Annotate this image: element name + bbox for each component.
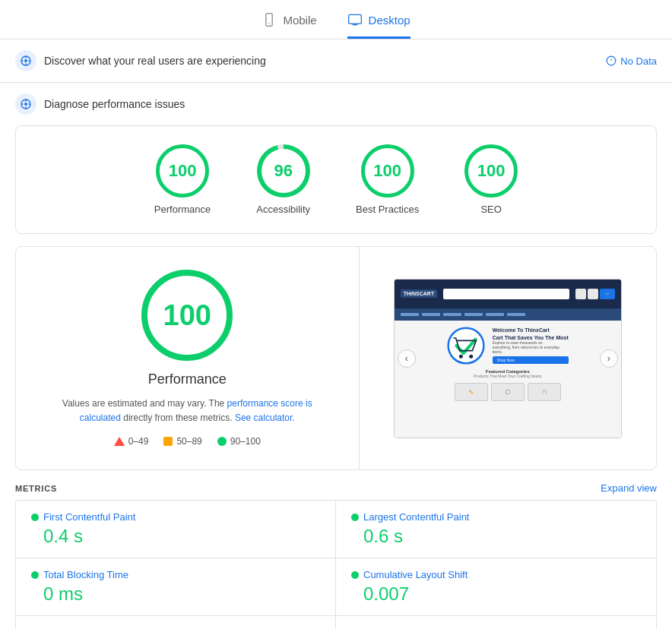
ss-featured-sub: Products That Meet Your Crafting Needs bbox=[474, 374, 542, 378]
tbt-value: 0 ms bbox=[43, 583, 320, 605]
metrics-header: METRICS Expand view bbox=[0, 470, 672, 500]
tab-bar: Mobile Desktop bbox=[0, 0, 672, 40]
ss-body: Welcome To ThinxCart Cart That Saves You… bbox=[395, 321, 621, 438]
ss-cat-1: ✏️ bbox=[455, 383, 488, 401]
cls-name-row: Cumulative Layout Shift bbox=[351, 569, 641, 580]
seo-label: SEO bbox=[480, 204, 501, 215]
expand-view-button[interactable]: Expand view bbox=[601, 482, 657, 494]
no-data-button[interactable]: No Data bbox=[606, 55, 657, 67]
fail-range: 0–49 bbox=[128, 436, 149, 447]
ss-categories: ✏️ 💬 📋 bbox=[455, 383, 561, 401]
cls-name: Cumulative Layout Shift bbox=[363, 569, 468, 580]
screenshot-content: THINSCART 🛒 bbox=[395, 280, 621, 438]
tab-mobile-label: Mobile bbox=[283, 14, 316, 27]
fcp-name: First Contentful Paint bbox=[43, 511, 135, 523]
tbt-name-row: Total Blocking Time bbox=[31, 569, 320, 580]
ss-hero-text: Welcome To ThinxCart bbox=[493, 327, 553, 333]
svg-point-22 bbox=[469, 354, 473, 358]
tab-mobile[interactable]: Mobile bbox=[262, 12, 316, 39]
lcp-value: 0.6 s bbox=[363, 526, 641, 547]
metric-lcp: Largest Contentful Paint 0.6 s bbox=[336, 501, 656, 558]
performance-title: Performance bbox=[148, 371, 227, 387]
fcp-name-row: First Contentful Paint bbox=[31, 511, 320, 523]
metric-fcp: First Contentful Paint 0.4 s bbox=[16, 501, 336, 558]
svg-point-1 bbox=[269, 23, 271, 24]
ss-cart-label: 🛒 bbox=[605, 292, 610, 296]
performance-circle: 100 bbox=[156, 144, 209, 198]
fail-icon bbox=[114, 437, 125, 446]
lcp-dot bbox=[351, 514, 359, 521]
best-practices-circle: 100 bbox=[361, 144, 414, 198]
ss-nav bbox=[395, 308, 621, 321]
discover-title: Discover what your real users are experi… bbox=[44, 55, 266, 67]
ss-hero-title: Cart That Saves You The Most bbox=[493, 335, 569, 340]
tbt-dot bbox=[31, 571, 39, 579]
info-icon bbox=[606, 55, 617, 66]
mobile-icon bbox=[262, 12, 277, 27]
performance-right: THINSCART 🛒 bbox=[360, 247, 657, 469]
ss-nav-2 bbox=[422, 313, 440, 316]
note-mid: directly from these metrics. bbox=[123, 412, 235, 423]
metric-tbt: Total Blocking Time 0 ms bbox=[16, 558, 336, 616]
average-range: 50–89 bbox=[176, 436, 201, 447]
no-data-label: No Data bbox=[620, 55, 657, 67]
performance-score: 100 bbox=[163, 299, 211, 332]
fcp-dot bbox=[31, 514, 39, 521]
ss-logo: THINSCART bbox=[401, 289, 437, 298]
metrics-label: METRICS bbox=[15, 484, 57, 493]
prev-button[interactable]: ‹ bbox=[398, 349, 416, 368]
accessibility-label: Accessibility bbox=[256, 204, 310, 215]
metric-si: Speed Index 0.4 s bbox=[16, 616, 336, 629]
screenshot-preview: THINSCART 🛒 bbox=[394, 279, 622, 438]
ss-nav-1 bbox=[401, 313, 419, 316]
fcp-value: 0.4 s bbox=[43, 526, 320, 547]
metrics-grid: First Contentful Paint 0.4 s Largest Con… bbox=[15, 500, 657, 629]
ss-btn: Shop Now bbox=[493, 356, 569, 364]
legend-average: 50–89 bbox=[163, 436, 201, 447]
ss-header: THINSCART 🛒 bbox=[395, 280, 621, 308]
good-range: 90–100 bbox=[230, 436, 261, 447]
svg-point-6 bbox=[24, 59, 27, 62]
performance-big-circle: 100 bbox=[141, 270, 233, 361]
tab-desktop-label: Desktop bbox=[369, 14, 410, 27]
ss-cat-3: 📋 bbox=[528, 383, 561, 401]
performance-detail: 100 Performance Values are estimated and… bbox=[15, 246, 657, 470]
svg-rect-0 bbox=[266, 14, 272, 27]
desktop-icon bbox=[347, 12, 363, 27]
accessibility-circle: 96 bbox=[257, 144, 310, 198]
scores-row: 100 Performance 96 Accessibility 100 Bes… bbox=[16, 144, 656, 215]
score-best-practices: 100 Best Practices bbox=[356, 144, 419, 215]
average-icon bbox=[163, 437, 173, 446]
legend-row: 0–49 50–89 90–100 bbox=[114, 436, 261, 447]
ss-hero: Welcome To ThinxCart Cart That Saves You… bbox=[401, 327, 615, 365]
performance-left: 100 Performance Values are estimated and… bbox=[16, 247, 360, 469]
performance-note: Values are estimated and may vary. The p… bbox=[58, 397, 316, 425]
legend-good: 90–100 bbox=[217, 436, 261, 447]
lcp-name: Largest Contentful Paint bbox=[363, 511, 469, 523]
svg-point-21 bbox=[459, 354, 463, 358]
good-icon bbox=[217, 437, 227, 446]
seo-circle: 100 bbox=[464, 144, 518, 198]
next-button[interactable]: › bbox=[600, 349, 618, 368]
performance-label: Performance bbox=[154, 204, 211, 215]
tab-desktop[interactable]: Desktop bbox=[347, 12, 410, 39]
discover-icon bbox=[15, 50, 36, 71]
svg-point-20 bbox=[448, 327, 483, 363]
calculator-link[interactable]: See calculator. bbox=[235, 412, 295, 423]
ss-cat-2: 💬 bbox=[491, 383, 525, 401]
diagnose-icon bbox=[15, 93, 36, 115]
ss-hero-sub: Explore to save thousands on everything,… bbox=[493, 340, 561, 354]
svg-point-15 bbox=[24, 103, 27, 106]
tbt-name: Total Blocking Time bbox=[43, 569, 128, 580]
scores-card: 100 Performance 96 Accessibility 100 Bes… bbox=[15, 125, 657, 234]
score-accessibility: 96 Accessibility bbox=[256, 144, 310, 215]
score-seo: 100 SEO bbox=[464, 144, 518, 215]
diagnose-section: Diagnose performance issues bbox=[0, 83, 672, 125]
ss-flag bbox=[575, 289, 586, 299]
ss-search bbox=[443, 289, 569, 299]
cls-dot bbox=[351, 571, 359, 579]
cls-value: 0.007 bbox=[363, 583, 641, 605]
ss-checkmark bbox=[447, 327, 485, 365]
diagnose-title: Diagnose performance issues bbox=[44, 98, 185, 110]
metric-cls: Cumulative Layout Shift 0.007 bbox=[336, 558, 656, 616]
